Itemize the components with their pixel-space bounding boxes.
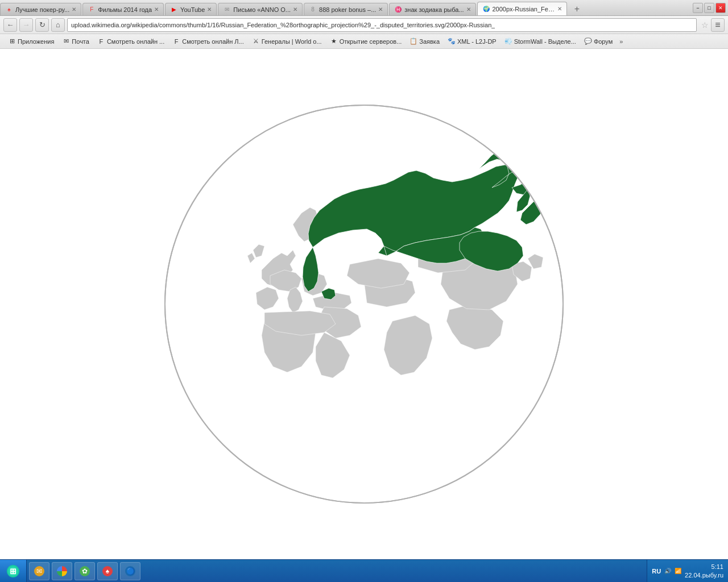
tab-label: 2000px-Russian_Fed... <box>493 6 555 13</box>
reload-button[interactable]: ↻ <box>35 18 49 32</box>
bookmark-item[interactable]: 📋Заявка <box>406 36 443 47</box>
windows-logo: ⊞ <box>7 565 19 577</box>
tab-favicon: 8 <box>309 6 317 14</box>
clock-date: 22.04.рыбу.ru <box>685 571 723 579</box>
tab-close-button[interactable]: ✕ <box>378 6 383 13</box>
browser-tab-tab3[interactable]: ▶ YouTube ✕ <box>165 3 217 15</box>
minimize-button[interactable]: − <box>693 3 703 13</box>
browser-tab-tab7[interactable]: 🌍 2000px-Russian_Fed... ✕ <box>477 2 567 15</box>
tab-favicon: F <box>88 6 96 14</box>
tabs-container: ♠ Лучшие покер-ру... ✕ F Фильмы 2014 год… <box>0 0 692 15</box>
poker-app-icon: ♠ <box>102 566 113 576</box>
tab-label: YouTube <box>180 6 205 13</box>
browser-tab-tab4[interactable]: ✉ Письмо «АNNO О... ✕ <box>218 3 303 15</box>
bookmark-item[interactable]: ★Открытие серверов... <box>326 36 406 47</box>
bookmark-item[interactable]: 💨StormWall - Выделе... <box>501 36 580 47</box>
network-app-icon: 🔵 <box>125 566 135 576</box>
bookmark-item[interactable]: 💬Форум <box>581 36 616 47</box>
taskbar-app-network[interactable]: 🔵 <box>120 562 140 580</box>
bookmark-icon: 💨 <box>504 38 512 45</box>
bookmarks-bar: ⊞Приложения✉ПочтаFСмотреть онлайн ...FСм… <box>0 34 728 49</box>
globe-map <box>148 88 580 520</box>
tab-label: знак зодиака рыба... <box>404 6 464 13</box>
forward-button[interactable]: → <box>19 18 33 32</box>
new-tab-button[interactable]: + <box>570 3 584 15</box>
bookmark-item[interactable]: FСмотреть онлайн Л... <box>169 36 247 47</box>
browser-tab-tab2[interactable]: F Фильмы 2014 года ✕ <box>82 3 164 15</box>
taskbar-app-social[interactable]: ✿ <box>75 562 95 580</box>
bookmark-item[interactable]: 🐾XML - L2J-DP <box>444 36 500 47</box>
bookmark-icon: 🐾 <box>448 38 456 45</box>
language-indicator: RU <box>652 568 661 575</box>
back-button[interactable]: ← <box>3 18 17 32</box>
system-tray: RU 🔊 📶 5:11 22.04.рыбу.ru <box>647 560 728 582</box>
bookmark-star[interactable]: ☆ <box>701 20 709 30</box>
taskbar-app-mail[interactable]: ✉ <box>29 562 49 580</box>
bookmark-item[interactable]: ✉Почта <box>59 36 93 47</box>
bookmark-icon: ★ <box>330 38 338 45</box>
taskbar-apps: ✉ ✿ ♠ 🔵 <box>27 562 647 580</box>
taskbar-app-chrome[interactable] <box>52 562 72 580</box>
bookmark-item[interactable]: ⊞Приложения <box>5 36 57 47</box>
clock-time: 5:11 <box>685 563 723 571</box>
address-bar[interactable]: upload.wikimedia.org/wikipedia/commons/t… <box>67 18 697 32</box>
taskbar-app-poker[interactable]: ♠ <box>97 562 118 580</box>
bookmark-icon: 📋 <box>410 38 417 45</box>
tab-favicon: ✉ <box>223 6 231 14</box>
tab-favicon: ▶ <box>170 6 178 14</box>
bookmark-icon: F <box>97 38 105 45</box>
window-controls: − □ ✕ <box>692 3 726 13</box>
mail-app-icon: ✉ <box>34 566 44 576</box>
bookmarks-more-button[interactable]: » <box>617 37 625 46</box>
close-button[interactable]: ✕ <box>715 3 726 13</box>
bookmark-item[interactable]: ⚔Генералы | World о... <box>249 36 325 47</box>
tab-label: 888 poker bonus –... <box>319 6 376 13</box>
tab-close-button[interactable]: ✕ <box>207 6 212 13</box>
bookmark-icon: ⚔ <box>252 38 260 45</box>
browser-tab-tab5[interactable]: 8 888 poker bonus –... ✕ <box>304 3 388 15</box>
chrome-app-icon <box>57 566 67 576</box>
chrome-menu-button[interactable]: ≡ <box>711 18 725 32</box>
svg-point-0 <box>165 105 563 503</box>
speaker-icon[interactable]: 🔊 <box>664 568 671 574</box>
bookmark-icon: F <box>172 38 180 45</box>
main-content <box>0 49 728 559</box>
globe-svg <box>148 88 580 520</box>
browser-tab-tab6[interactable]: ♓ знак зодиака рыба... ✕ <box>389 3 475 15</box>
start-button[interactable]: ⊞ <box>0 560 27 583</box>
tab-close-button[interactable]: ✕ <box>72 6 76 13</box>
navigation-bar: ← → ↻ ⌂ upload.wikimedia.org/wikipedia/c… <box>0 16 728 34</box>
bookmark-icon: 💬 <box>584 38 592 45</box>
network-icon[interactable]: 📶 <box>675 568 681 574</box>
social-app-icon: ✿ <box>80 566 90 576</box>
tab-label: Письмо «АNNO О... <box>233 6 291 13</box>
tab-label: Фильмы 2014 года <box>98 6 152 13</box>
tab-close-button[interactable]: ✕ <box>154 6 159 13</box>
home-button[interactable]: ⌂ <box>51 18 65 32</box>
clock-display[interactable]: 5:11 22.04.рыбу.ru <box>685 563 723 579</box>
tab-favicon: ♓ <box>394 6 402 14</box>
bookmark-icon: ✉ <box>62 38 70 45</box>
bookmark-icon: ⊞ <box>8 38 16 45</box>
maximize-button[interactable]: □ <box>704 3 714 13</box>
tab-favicon: 🌍 <box>482 5 490 13</box>
address-text: upload.wikimedia.org/wikipedia/commons/t… <box>71 22 495 28</box>
taskbar: ⊞ ✉ ✿ ♠ 🔵 RU 🔊 📶 5:11 22.04.рыбу.ru <box>0 559 728 582</box>
tab-label: Лучшие покер-ру... <box>15 6 69 13</box>
bookmark-item[interactable]: FСмотреть онлайн ... <box>94 36 168 47</box>
title-bar: ♠ Лучшие покер-ру... ✕ F Фильмы 2014 год… <box>0 0 728 16</box>
tab-close-button[interactable]: ✕ <box>557 6 562 12</box>
tab-favicon: ♠ <box>5 6 13 14</box>
browser-tab-tab1[interactable]: ♠ Лучшие покер-ру... ✕ <box>0 3 81 15</box>
tab-close-button[interactable]: ✕ <box>293 6 297 13</box>
tab-close-button[interactable]: ✕ <box>466 6 471 13</box>
